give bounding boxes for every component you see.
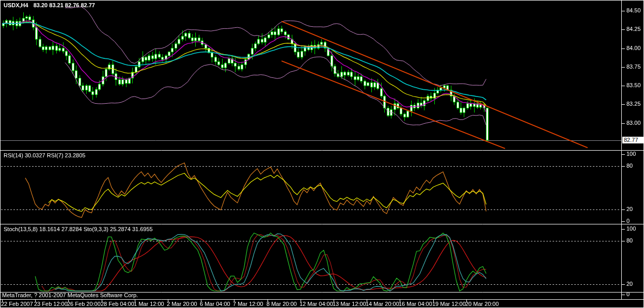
price-axis-label: 84.00 [626, 45, 641, 52]
time-axis-label: 7 Mar 12:00 [233, 301, 263, 307]
stoch-axis-label: 20 [626, 281, 633, 287]
rsi-axis-label: 100 [626, 151, 636, 157]
copyright-text: MetaTrader, ? 2001-2007 MetaQuotes Softw… [2, 292, 138, 299]
time-axis-label: 12 Mar 04:00 [300, 301, 333, 307]
price-axis-label: 84.25 [626, 26, 641, 33]
price-axis-label: 84.50 [626, 7, 641, 14]
symbol-period-label: USDX,H4 [4, 2, 28, 8]
rsi-indicator-label: RSI(14) 30.0327 RSI(7) 23.2805 [4, 152, 85, 159]
rsi-axis-label: 0 [626, 218, 630, 224]
price-axis-label: 83.50 [626, 82, 641, 89]
time-axis-label: 2 Mar 20:00 [167, 301, 197, 307]
stoch-axis-label: 100 [626, 225, 636, 232]
time-axis-label: 16 Mar 04:00 [399, 301, 432, 307]
time-axis-label: 20 Mar 20:00 [465, 301, 499, 307]
time-axis-label: 1 Mar 12:00 [134, 301, 164, 307]
chart-title: USDX,H483.20 83.21 82.76 82.77 [4, 2, 100, 9]
stoch-axis-label: 80 [626, 237, 633, 244]
price-axis-label: 83.75 [626, 63, 641, 70]
time-axis-label: 19 Mar 12:00 [432, 301, 466, 307]
time-axis-label: 28 Feb 04:00 [101, 301, 134, 307]
time-axis-label: 14 Mar 20:00 [366, 301, 399, 307]
rsi-axis-label: 80 [626, 163, 633, 169]
time-axis-label: 22 Feb 2007 [1, 301, 33, 307]
rsi-axis-label: 20 [626, 206, 633, 213]
time-axis-label: 8 Mar 20:00 [266, 301, 297, 307]
stoch-indicator-label: Stoch(13,5,8) 18.1614 27.8284 Sto(9,3,3)… [4, 226, 153, 233]
time-axis-label: 6 Mar 04:00 [200, 301, 230, 307]
time-axis-label: 23 Feb 12:00 [34, 301, 68, 307]
current-price-tag: 82.77 [622, 137, 644, 143]
chart-canvas[interactable] [0, 0, 644, 308]
ohlc-values: 83.20 83.21 82.76 82.77 [34, 2, 95, 8]
price-axis-label: 83.00 [626, 120, 641, 126]
mt4-chart-window: USDX,H483.20 83.21 82.76 82.77 RSI(14) 3… [0, 0, 644, 308]
time-axis-label: 13 Mar 12:00 [333, 301, 366, 307]
stoch-axis-label: 0 [626, 291, 630, 298]
price-axis-label: 83.25 [626, 101, 641, 107]
time-axis-label: 26 Feb 20:00 [67, 301, 101, 307]
